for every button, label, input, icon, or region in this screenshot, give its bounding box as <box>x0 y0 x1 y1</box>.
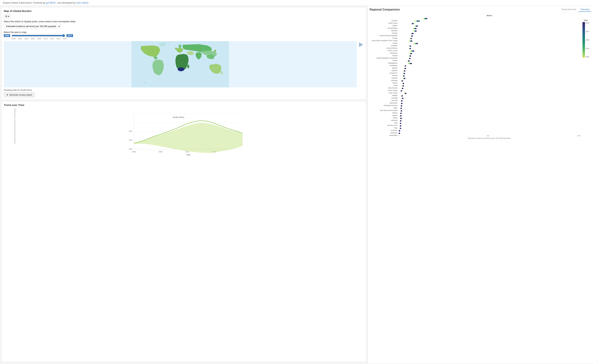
svg-text:900: 900 <box>129 130 132 132</box>
dot-row <box>398 37 580 40</box>
dot-row <box>398 104 580 107</box>
data-dot <box>405 68 406 69</box>
dot-row <box>398 35 580 37</box>
country-label: Kenya <box>369 42 398 44</box>
dot-row <box>398 60 580 62</box>
settings-button[interactable]: ⚙ ▾ <box>4 14 11 19</box>
metric-select[interactable]: Estimated incidence (all forms) per 100 … <box>4 24 61 29</box>
year-slider[interactable] <box>12 34 65 37</box>
play-button[interactable] <box>358 42 364 48</box>
country-label: South Africa <box>369 22 398 24</box>
metric-label: Select the metric to display (note: some… <box>4 20 364 23</box>
dot-row <box>398 115 580 117</box>
data-dot <box>411 38 412 39</box>
country-label: Madagascar <box>369 62 398 64</box>
data-dot <box>401 105 402 106</box>
tab-trend-over-time[interactable]: Trend over time <box>560 7 578 12</box>
data-dot <box>400 123 401 124</box>
country-label: Guinea <box>369 74 398 77</box>
data-dot <box>400 125 401 126</box>
x-axis-label: Estimated incidence (all forms) per 100 … <box>398 137 580 139</box>
x-axis-ticks: 0 500 1000 <box>398 135 580 136</box>
data-dot <box>403 75 404 77</box>
dot-row <box>398 95 580 97</box>
data-dot <box>404 70 405 72</box>
tab-overview[interactable]: Overview <box>579 7 591 12</box>
data-dot <box>401 90 402 91</box>
data-dot <box>413 50 414 52</box>
dot-row <box>398 40 580 42</box>
svg-text:2005: 2005 <box>158 151 163 153</box>
world-map[interactable] <box>4 41 357 87</box>
dot-row <box>398 130 580 132</box>
country-label: United Republic of Tanzania <box>369 57 398 59</box>
country-label: Ghana <box>369 82 398 84</box>
dot-row <box>398 102 580 104</box>
regional-title: Regional Comparision <box>369 8 400 11</box>
dot-row <box>398 110 580 112</box>
data-dot <box>411 40 412 42</box>
showing-data-label: Showing data for South Africa <box>4 89 364 91</box>
dot-row <box>398 100 580 102</box>
country-label: Malawi <box>369 94 398 97</box>
dot-row <box>398 32 580 35</box>
header-text: Explore Global Tuberculosis: Powered by <box>3 1 46 4</box>
country-label: Equatorial Guinea <box>369 104 398 107</box>
country-label: South Sudan <box>369 89 398 92</box>
gear-icon: ⚙ <box>5 15 7 18</box>
dot-row <box>398 122 580 124</box>
generate-btn-label: Generate country report <box>9 94 32 96</box>
country-label: Algeria <box>369 114 398 117</box>
legend-value-2008: 2008 <box>586 39 589 41</box>
sam-abbott-link[interactable]: Sam Abbott <box>76 1 88 4</box>
data-dot <box>402 95 403 97</box>
trend-title: Trend over Time <box>4 104 364 106</box>
data-dot <box>426 18 427 19</box>
country-label: Mauritius <box>369 132 398 134</box>
data-dot <box>415 20 416 22</box>
data-dot <box>403 85 404 87</box>
country-label: Mali <box>369 122 398 124</box>
country-label: Central African Republic <box>369 34 398 37</box>
country-label: Nigeria <box>369 67 398 69</box>
data-dot <box>401 110 402 111</box>
data-dot <box>399 130 400 131</box>
svg-text:600: 600 <box>129 148 132 150</box>
year-slider-container: 2000 2017 <box>4 34 364 37</box>
dot-row <box>398 82 580 84</box>
country-label: Ethiopia <box>369 79 398 82</box>
dot-row <box>398 107 580 110</box>
regional-header: Regional Comparision Trend over time Ove… <box>369 7 591 13</box>
country-label: Congo <box>369 37 398 39</box>
dot-row <box>398 20 580 22</box>
left-panel: Map of Global Burden ⚙ ▾ Select the metr… <box>0 6 368 363</box>
year-select-label: Select the year to map <box>4 31 364 33</box>
getTBinR-link[interactable]: getTBinR <box>46 1 55 4</box>
legend-title: Year <box>584 20 588 21</box>
dot-row <box>398 132 580 134</box>
data-dot <box>411 33 413 34</box>
data-dot <box>404 73 405 74</box>
dot-row <box>398 17 580 20</box>
slider-ticks: 2000 2002 2004 2006 2008 2010 2012 2014 … <box>12 38 67 40</box>
data-dot <box>403 83 404 84</box>
country-label: Guinea-Bissau <box>369 47 398 49</box>
dot-row <box>398 30 580 32</box>
data-dot <box>410 55 411 57</box>
country-label: Gabon <box>369 24 398 27</box>
data-dot <box>400 128 401 129</box>
svg-text:2000: 2000 <box>132 151 136 153</box>
country-label: Togo <box>369 127 398 129</box>
country-label: Eswatini <box>369 44 398 47</box>
generate-report-button[interactable]: ⬇ Generate country report <box>4 92 35 98</box>
country-label: Comoros <box>369 129 398 132</box>
dot-row <box>398 75 580 77</box>
data-dot <box>405 65 406 67</box>
country-label: Zambia <box>369 32 398 34</box>
app-header: Explore Global Tuberculosis: Powered by … <box>0 0 593 6</box>
data-dot <box>417 43 418 44</box>
dot-row <box>398 97 580 100</box>
dot-row <box>398 52 580 55</box>
data-dot <box>411 63 412 64</box>
country-label: Côte d'Ivoire <box>369 87 398 89</box>
